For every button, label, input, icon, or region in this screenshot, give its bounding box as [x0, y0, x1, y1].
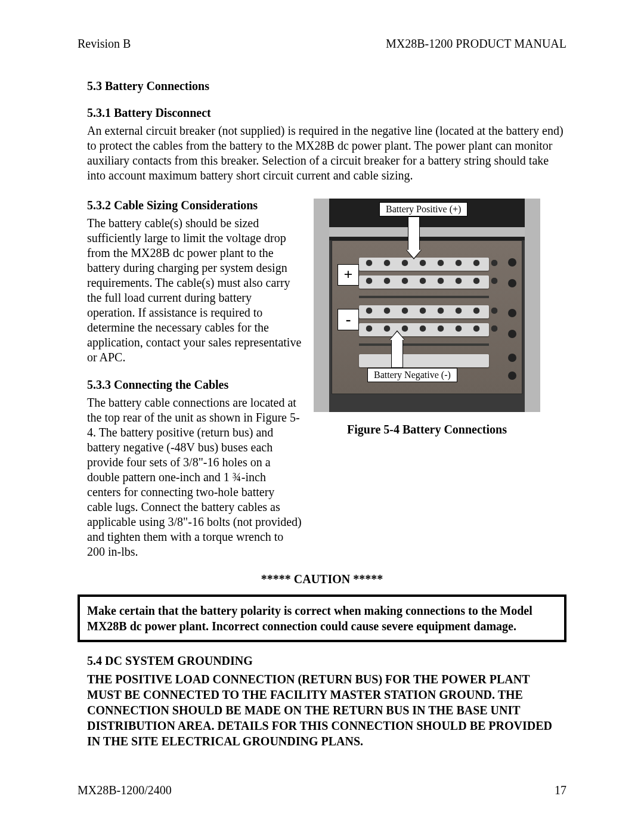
label-battery-negative: Battery Negative (-): [367, 368, 457, 382]
para-5-3-1: An external circuit breaker (not supplie…: [87, 123, 566, 183]
heading-5-3: 5.3 Battery Connections: [87, 79, 566, 93]
figure-5-4: + - Battery Positive (+) Battery Negativ…: [314, 199, 540, 412]
para-5-3-3: The battery cable connections are locate…: [87, 395, 302, 559]
arrow-up-icon: [391, 339, 403, 368]
header-revision: Revision B: [78, 37, 131, 51]
footer-model: MX28B-1200/2400: [78, 784, 172, 797]
heading-5-3-3: 5.3.3 Connecting the Cables: [87, 378, 302, 392]
caution-heading: ***** CAUTION *****: [78, 572, 566, 586]
header-product: MX28B-1200 PRODUCT MANUAL: [386, 37, 566, 51]
plus-icon: +: [338, 264, 359, 286]
para-5-3-2: The battery cable(s) should be sized suf…: [87, 216, 302, 365]
label-battery-positive: Battery Positive (+): [379, 202, 467, 216]
heading-5-3-2: 5.3.2 Cable Sizing Considerations: [87, 199, 302, 212]
heading-5-3-1: 5.3.1 Battery Disconnect: [87, 106, 566, 120]
figure-caption: Figure 5-4 Battery Connections: [314, 423, 540, 436]
para-5-4: THE POSITIVE LOAD CONNECTION (RETURN BUS…: [87, 671, 566, 749]
arrow-down-icon: [408, 216, 420, 250]
minus-icon: -: [338, 309, 359, 330]
page-number: 17: [555, 784, 566, 797]
heading-5-4: 5.4 DC SYSTEM GROUNDING: [87, 654, 566, 668]
caution-box: Make certain that the battery polarity i…: [78, 594, 566, 642]
